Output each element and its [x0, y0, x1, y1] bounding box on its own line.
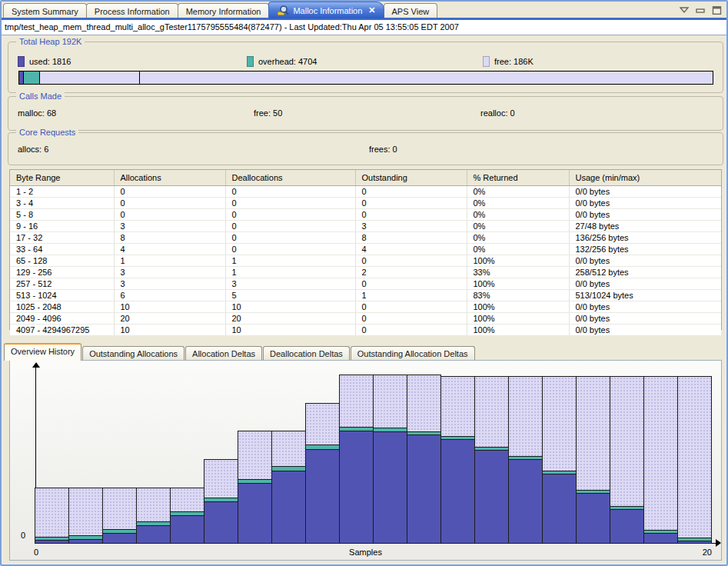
table-row[interactable]: 513 - 102465183%513/1024 bytes	[10, 290, 721, 301]
table-cell: 5 - 8	[10, 209, 114, 221]
table-row[interactable]: 129 - 25631233%258/512 bytes	[10, 267, 721, 278]
bar-segment-free	[508, 376, 543, 457]
heap-segment-free	[40, 72, 140, 84]
table-cell: 136/256 bytes	[569, 232, 721, 244]
table-cell: 0%	[467, 209, 569, 221]
bar-segment-free	[677, 376, 712, 538]
table-row[interactable]: 257 - 512330100%0/0 bytes	[10, 278, 721, 290]
tab-label: APS View	[392, 7, 430, 16]
chart-tab-overview-history[interactable]: Overview History	[4, 343, 81, 361]
table-row[interactable]: 65 - 128110100%0/0 bytes	[10, 255, 721, 267]
bar-segment-used	[643, 533, 678, 544]
malloc-information-icon	[277, 5, 289, 16]
table-cell: 513/1024 bytes	[569, 290, 721, 301]
table-cell: 10	[114, 301, 225, 313]
bar-segment-free	[136, 488, 171, 522]
tab-memory-information[interactable]: Memory Information	[178, 3, 270, 19]
table-cell: 0	[114, 198, 225, 209]
y-axis-tick-0: 0	[21, 531, 25, 540]
column-header-deallocations[interactable]: Deallocations	[225, 170, 355, 186]
table-cell: 0	[225, 186, 355, 198]
calls-made-group: Calls Made malloc: 68free: 50realloc: 0	[8, 96, 723, 131]
tab-label: Process Information	[95, 7, 170, 16]
table-cell: 0	[355, 198, 467, 209]
sample-bar	[102, 488, 137, 544]
column-header-usage-min-max-[interactable]: Usage (min/max)	[569, 170, 721, 186]
table-cell: 0/0 bytes	[569, 313, 721, 325]
legend-free-swatch	[483, 56, 490, 67]
table-row[interactable]: 33 - 644040%132/256 bytes	[10, 244, 721, 255]
bar-segment-free	[542, 376, 577, 471]
tab-process-information[interactable]: Process Information	[86, 3, 178, 19]
sample-bar	[68, 488, 103, 544]
tab-system-summary[interactable]: System Summary	[3, 3, 87, 19]
table-cell: 0%	[467, 198, 569, 209]
close-tab-icon[interactable]: ✕	[368, 5, 375, 15]
table-cell: 2049 - 4096	[10, 313, 114, 325]
table-row[interactable]: 4097 - 429496729510100100%0/0 bytes	[10, 325, 721, 336]
legend-free: free: 186K	[483, 56, 534, 67]
table-cell: 257 - 512	[10, 278, 114, 290]
column-header-allocations[interactable]: Allocations	[114, 170, 225, 186]
sample-bar	[373, 375, 407, 544]
table-cell: 0	[355, 301, 467, 313]
stat-free: free: 50	[254, 108, 282, 118]
total-heap-title: Total Heap 192K	[16, 37, 85, 46]
table-row[interactable]: 1025 - 204810100100%0/0 bytes	[10, 301, 721, 313]
table-cell: 33%	[467, 267, 569, 278]
table-row[interactable]: 3 - 40000%0/0 bytes	[10, 198, 721, 209]
table-cell: 132/256 bytes	[569, 244, 721, 255]
column-header--returned[interactable]: % Returned	[467, 170, 569, 186]
sample-bar	[474, 377, 509, 544]
table-row[interactable]: 9 - 163030%27/48 bytes	[10, 221, 721, 232]
bar-segment-free	[643, 376, 678, 531]
sample-bar	[542, 377, 577, 544]
bar-segment-free	[68, 488, 103, 536]
table-cell: 0/0 bytes	[569, 255, 721, 267]
chart-tab-allocation-deltas[interactable]: Allocation Deltas	[185, 346, 262, 361]
table-cell: 83%	[467, 290, 569, 301]
tab-aps-view[interactable]: APS View	[384, 3, 438, 19]
table-row[interactable]: 2049 - 409620200100%0/0 bytes	[10, 313, 721, 325]
legend-used-swatch	[18, 56, 25, 67]
bar-segment-free	[440, 376, 475, 437]
table-cell: 33 - 64	[10, 244, 114, 255]
table-cell: 4097 - 4294967295	[10, 325, 114, 336]
table-row[interactable]: 17 - 328080%136/256 bytes	[10, 232, 721, 244]
chart-tab-deallocation-deltas[interactable]: Deallocation Deltas	[263, 346, 350, 361]
bar-segment-used	[677, 541, 712, 544]
table-cell: 0	[355, 255, 467, 267]
view-tabs: System SummaryProcess InformationMemory …	[2, 2, 726, 18]
table-cell: 100%	[467, 278, 569, 290]
chart-tab-outstanding-allocations[interactable]: Outstanding Allocations	[82, 346, 184, 361]
malloc-view-window: System SummaryProcess InformationMemory …	[0, 0, 728, 566]
table-cell: 10	[225, 301, 355, 313]
bar-segment-used	[440, 439, 475, 544]
table-cell: 0	[355, 325, 467, 336]
chart-tab-outstanding-allocation-deltas[interactable]: Outstanding Allocation Deltas	[351, 346, 475, 361]
sample-bar	[407, 375, 441, 544]
table-cell: 3 - 4	[10, 198, 114, 209]
tab-malloc-information[interactable]: Malloc Information✕	[268, 2, 384, 18]
table-cell: 6	[114, 290, 225, 301]
table-cell: 5	[225, 290, 355, 301]
view-menu-icon[interactable]	[680, 4, 690, 12]
minimize-icon[interactable]	[696, 4, 706, 12]
sample-bar	[170, 488, 204, 544]
maximize-icon[interactable]	[712, 4, 722, 12]
table-cell: 0	[225, 209, 355, 221]
table-cell: 0/0 bytes	[569, 278, 721, 290]
bar-segment-free	[305, 403, 340, 445]
table-cell: 0	[225, 221, 355, 232]
table-row[interactable]: 1 - 20000%0/0 bytes	[10, 186, 721, 198]
column-header-outstanding[interactable]: Outstanding	[355, 170, 467, 186]
x-axis-tick-20: 20	[703, 548, 712, 557]
legend-overhead-label: overhead: 4704	[258, 57, 317, 66]
process-info-bar: tmp/test_heap_mem_thread_multi_alloc_gTe…	[2, 20, 726, 35]
bar-segment-used	[508, 459, 543, 544]
table-cell: 0%	[467, 186, 569, 198]
column-header-byte-range[interactable]: Byte Range	[10, 170, 114, 186]
table-cell: 0	[225, 244, 355, 255]
table-row[interactable]: 5 - 80000%0/0 bytes	[10, 209, 721, 221]
table-cell: 0	[355, 186, 467, 198]
